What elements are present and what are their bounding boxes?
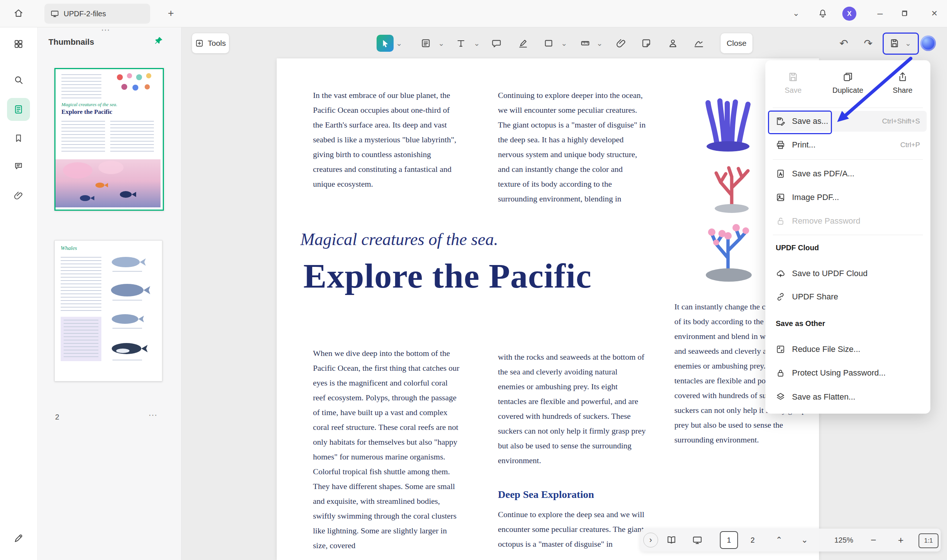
doc-col2-paragraph-2: with the rocks and seaweeds at the botto… xyxy=(498,350,646,468)
flatten-icon xyxy=(776,392,785,402)
menu-item-save-as[interactable]: Save as... Ctrl+Shift+S xyxy=(769,111,927,132)
menu-item-protect-using-password[interactable]: Protect Using Password... xyxy=(769,363,927,383)
menu-item-save-to-updf-cloud[interactable]: Save to UPDF Cloud xyxy=(769,263,927,284)
reader-view-icon[interactable] xyxy=(664,533,679,548)
stamp-tool[interactable] xyxy=(665,36,680,51)
ai-assistant-icon[interactable] xyxy=(920,35,936,51)
cloud-upload-icon xyxy=(776,269,785,278)
highlighter-tool[interactable] xyxy=(516,36,531,51)
bottom-bar: › 1 2 ⌃ ⌄ 125% − + 1:1 xyxy=(640,529,941,551)
duplicate-icon xyxy=(842,71,853,82)
save-dropdown-menu: Save Duplicate Share Save as... Ctrl+Shi… xyxy=(765,60,930,414)
shape-tool[interactable] xyxy=(541,36,556,51)
zoom-in-icon[interactable]: + xyxy=(893,533,908,548)
cursor-icon xyxy=(380,38,390,48)
page-2-thumbnail[interactable]: Whales xyxy=(54,240,162,382)
thumb1-photo xyxy=(56,159,160,208)
save-menu-chevron-icon[interactable]: ⌄ xyxy=(904,36,912,51)
sidebar-thumbnails-button[interactable] xyxy=(7,98,30,121)
doc-title: Explore the Pacific xyxy=(303,254,710,298)
tabs-chevron-icon[interactable]: ⌄ xyxy=(788,5,804,22)
close-window-button[interactable]: × xyxy=(926,5,942,22)
redo-icon[interactable]: ↷ xyxy=(861,36,876,51)
text-tool-chevron-icon[interactable]: ⌄ xyxy=(473,36,481,51)
shortcut-label: Ctrl+Shift+S xyxy=(882,117,920,125)
left-sidebar xyxy=(0,27,38,560)
select-tool-chevron-icon[interactable]: ⌄ xyxy=(395,36,403,51)
menu-item-image-pdf[interactable]: Image PDF... xyxy=(769,187,927,208)
measure-tool[interactable] xyxy=(578,36,592,51)
tab-title: UPDF-2-files xyxy=(64,9,106,18)
pdfa-icon xyxy=(776,169,785,178)
pen-tools-icon[interactable] xyxy=(7,527,30,550)
next-page-icon[interactable]: ⌄ xyxy=(797,533,812,548)
doc-col1-paragraph-2: When we dive deep into the bottom of the… xyxy=(313,346,461,553)
edit-pdf-tool[interactable] xyxy=(418,36,433,51)
previous-page-icon[interactable]: ⌃ xyxy=(772,533,787,548)
presentation-icon[interactable] xyxy=(690,533,705,548)
undo-icon[interactable]: ↶ xyxy=(836,36,851,51)
reduce-size-icon xyxy=(776,345,785,354)
page-1-thumbnail[interactable]: Magical creatures of the sea. Explore th… xyxy=(54,68,164,211)
measure-tool-chevron-icon[interactable]: ⌄ xyxy=(595,36,604,51)
menu-share-action[interactable]: Share xyxy=(879,71,927,95)
document-tab[interactable]: UPDF-2-files xyxy=(45,4,150,24)
menu-item-save-as-flatten[interactable]: Save as Flatten... xyxy=(769,387,927,407)
save-icon[interactable] xyxy=(887,36,902,51)
bookmarks-icon[interactable] xyxy=(7,127,30,150)
actual-size-button[interactable]: 1:1 xyxy=(919,533,938,548)
collapse-bar-icon[interactable]: › xyxy=(643,533,658,548)
search-icon[interactable] xyxy=(7,68,30,91)
sticker-tool[interactable] xyxy=(639,36,654,51)
comments-list-icon[interactable] xyxy=(7,154,30,177)
updf-app-window: UPDF-2-files + ⌄ X – × xyxy=(0,0,947,560)
share-icon xyxy=(897,71,908,82)
menu-item-reduce-file-size[interactable]: Reduce File Size... xyxy=(769,339,927,360)
share-link-icon xyxy=(776,292,785,302)
thumbnails-title: Thumbnails xyxy=(48,37,94,47)
zoom-out-icon[interactable]: − xyxy=(866,533,881,548)
pdf-page[interactable]: In the vast embrace of our blue planet, … xyxy=(277,58,819,560)
doc-col2-paragraph-1: Continuing to explore deeper into the oc… xyxy=(498,88,646,206)
thumbnails-panel: ⋯ Thumbnails Magical creatures of the se… xyxy=(37,27,182,560)
shortcut-label: Ctrl+P xyxy=(901,141,920,149)
select-tool-button[interactable] xyxy=(376,35,393,52)
minimize-button[interactable]: – xyxy=(872,5,888,22)
pin-panel-icon[interactable] xyxy=(154,36,163,45)
thumb2-whales xyxy=(106,252,159,374)
text-tool[interactable] xyxy=(453,36,468,51)
lock-icon xyxy=(776,368,785,378)
zoom-level[interactable]: 125% xyxy=(827,533,861,548)
thumb1-coral-icons xyxy=(115,72,155,94)
apps-grid-icon[interactable] xyxy=(7,32,30,55)
comment-tool[interactable] xyxy=(489,36,504,51)
close-toolbar-button[interactable]: Close xyxy=(720,33,753,53)
maximize-button[interactable] xyxy=(896,5,912,22)
doc-subheading: Deep Sea Exploration xyxy=(498,487,646,502)
tools-button[interactable]: Tools xyxy=(192,33,229,53)
menu-section-save-as-other: Save as Other xyxy=(776,319,825,328)
user-avatar[interactable]: X xyxy=(842,7,856,21)
attachments-icon[interactable] xyxy=(7,184,30,207)
attachment-tool[interactable] xyxy=(614,36,628,51)
menu-item-print[interactable]: Print... Ctrl+P xyxy=(769,135,927,155)
tools-icon xyxy=(195,39,204,48)
thumb1-title: Explore the Pacific xyxy=(62,108,113,116)
title-bar: UPDF-2-files + ⌄ X – × xyxy=(0,0,947,27)
home-icon[interactable] xyxy=(10,5,27,22)
shape-tool-chevron-icon[interactable]: ⌄ xyxy=(560,36,568,51)
menu-section-updf-cloud: UPDF Cloud xyxy=(776,244,819,252)
menu-item-updf-share[interactable]: UPDF Share xyxy=(769,286,927,307)
page-1-button[interactable]: 1 xyxy=(720,531,738,549)
thumb2-menu-button[interactable]: ⋯ xyxy=(148,410,158,420)
signature-tool[interactable] xyxy=(691,36,706,51)
menu-item-save-as-pdfa[interactable]: Save as PDF/A... xyxy=(769,163,927,184)
notification-bell-icon[interactable] xyxy=(814,5,831,22)
edit-tool-chevron-icon[interactable]: ⌄ xyxy=(437,36,446,51)
new-tab-button[interactable]: + xyxy=(163,5,179,22)
doc-script-heading: Magical creatures of the sea. xyxy=(301,229,633,250)
page-2-button[interactable]: 2 xyxy=(743,531,762,549)
image-pdf-icon xyxy=(776,192,785,202)
menu-duplicate-action[interactable]: Duplicate xyxy=(824,71,872,95)
thumb2-heading: Whales xyxy=(61,245,77,251)
